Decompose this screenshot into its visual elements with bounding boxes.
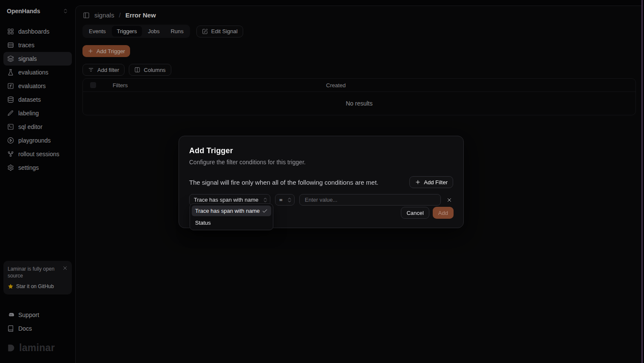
filter-field-value: Trace has span with name bbox=[194, 197, 258, 203]
dropdown-option-label: Status bbox=[195, 220, 211, 226]
dropdown-option-status[interactable]: Status bbox=[192, 217, 271, 228]
chevrons-up-down-icon bbox=[287, 197, 292, 203]
cancel-button[interactable]: Cancel bbox=[401, 207, 429, 219]
filter-operator-select[interactable]: = bbox=[275, 194, 295, 206]
chevrons-up-down-icon bbox=[262, 197, 268, 203]
condition-text: The signal will fire only when all of th… bbox=[189, 179, 378, 186]
filter-operator-value: = bbox=[279, 197, 283, 203]
filter-value-input[interactable] bbox=[299, 194, 441, 206]
add-button[interactable]: Add bbox=[433, 207, 454, 219]
field-dropdown-menu: Trace has span with name Status bbox=[190, 203, 273, 230]
dialog-add-filter-button[interactable]: Add Filter bbox=[409, 176, 453, 188]
dropdown-option-trace-has-span-with-name[interactable]: Trace has span with name bbox=[192, 206, 271, 216]
dropdown-option-label: Trace has span with name bbox=[195, 208, 260, 214]
check-icon bbox=[262, 208, 268, 214]
plus-icon bbox=[415, 179, 421, 185]
remove-filter-icon[interactable] bbox=[445, 196, 453, 204]
dialog-title: Add Trigger bbox=[189, 146, 453, 155]
dialog-description: Configure the filter conditions for this… bbox=[189, 159, 453, 166]
dialog-add-filter-label: Add Filter bbox=[424, 179, 448, 186]
